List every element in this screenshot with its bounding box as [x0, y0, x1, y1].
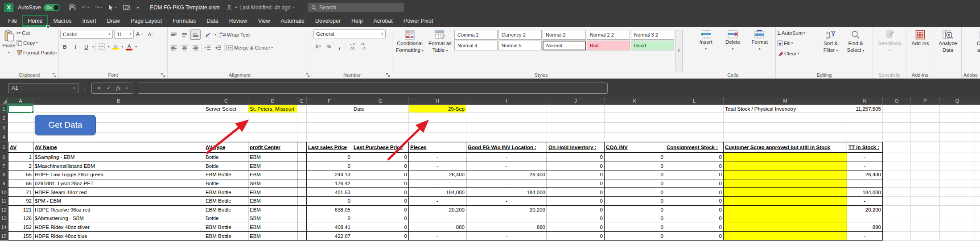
tab-data[interactable]: Data	[201, 15, 223, 27]
cell-E1[interactable]	[297, 105, 307, 113]
style-good[interactable]: Good	[631, 41, 674, 50]
cell-M11[interactable]	[724, 197, 847, 206]
cell-C11[interactable]: EBM Bottle	[204, 197, 248, 206]
cell-K8[interactable]: 0	[605, 170, 665, 179]
align-right-button[interactable]	[190, 43, 200, 52]
undo-dropdown-icon[interactable]: ▾	[87, 6, 89, 9]
decrease-indent-button[interactable]	[203, 43, 212, 52]
cell-E14[interactable]	[297, 223, 307, 232]
cell-O15[interactable]	[883, 232, 911, 241]
cell-A12[interactable]: 121	[8, 206, 33, 215]
cell-O11[interactable]	[883, 197, 911, 206]
style-normal[interactable]: Normal	[543, 41, 586, 50]
redo-dropdown-icon[interactable]: ▾	[101, 6, 103, 9]
cell-J7[interactable]: 0	[547, 162, 605, 171]
cell-B10[interactable]: HDPE Steam 48oz red	[33, 188, 204, 197]
cell-F4[interactable]	[307, 133, 352, 142]
cell-B14[interactable]: HDPE Ridex 48oz silver	[33, 223, 204, 232]
comma-style-button[interactable]: ,	[335, 42, 344, 51]
tab-view[interactable]: View	[253, 15, 276, 27]
cell-I8[interactable]: 26,400	[466, 170, 547, 179]
row-header-12[interactable]: 12	[0, 206, 8, 215]
cell-L12[interactable]: 0	[665, 206, 724, 215]
tab-home[interactable]: Home	[22, 15, 48, 27]
cell-Q6[interactable]	[940, 153, 975, 162]
cell-O6[interactable]	[883, 153, 911, 162]
redo-button[interactable]: ↷▾	[95, 4, 103, 11]
cell-E5[interactable]	[297, 142, 307, 153]
cell-J9[interactable]: 0	[547, 179, 605, 188]
cell-G13[interactable]: 0	[352, 214, 409, 223]
cell-B9[interactable]: 0291881- Lysol 28oz PET	[33, 179, 204, 188]
cell-Q12[interactable]	[940, 206, 975, 215]
font-dialog-launcher-icon[interactable]	[161, 73, 165, 77]
ink-markup-button[interactable]	[123, 4, 131, 10]
cell-M12[interactable]	[724, 206, 847, 215]
cell-K5[interactable]: COA-INV	[605, 142, 665, 153]
autosum-button[interactable]: Σ AutoSum▾	[777, 28, 818, 37]
cell-R7[interactable]	[975, 162, 980, 171]
cell-B5[interactable]: AV Name	[33, 142, 204, 153]
cell-M6[interactable]	[724, 153, 847, 162]
cell-H6[interactable]: -	[409, 153, 466, 162]
styles-gallery-more-button[interactable]: ▾	[675, 30, 683, 71]
tab-page-layout[interactable]: Page Layout	[125, 15, 167, 27]
column-header-P[interactable]: P	[911, 97, 940, 105]
cell-K11[interactable]: 0	[605, 197, 665, 206]
cell-G3[interactable]	[352, 123, 409, 133]
column-header-O[interactable]: O	[883, 97, 911, 105]
underline-dropdown-icon[interactable]: ▾	[92, 45, 94, 49]
copy-button[interactable]: Copy ▾	[16, 38, 57, 47]
style-comma-2[interactable]: Comma 2	[454, 30, 498, 40]
tab-acrobat[interactable]: Acrobat	[368, 15, 398, 27]
cell-M15[interactable]	[724, 232, 847, 241]
cell-Q11[interactable]	[940, 197, 975, 206]
cell-H7[interactable]: -	[409, 162, 466, 171]
cell-P6[interactable]	[911, 153, 940, 162]
cell-J8[interactable]: 0	[547, 170, 605, 179]
tab-draw[interactable]: Draw	[102, 15, 125, 27]
cell-Q7[interactable]	[940, 162, 975, 171]
cell-M13[interactable]	[724, 214, 847, 223]
cell-A5[interactable]: AV	[8, 142, 33, 153]
cell-R10[interactable]	[975, 188, 980, 197]
column-header-K[interactable]: K	[605, 97, 665, 105]
cell-J4[interactable]	[547, 133, 605, 142]
column-header-C[interactable]: C	[204, 97, 248, 105]
cell-I11[interactable]: -	[466, 197, 547, 206]
format-as-table-button[interactable]: Format as Table ▾	[426, 28, 454, 71]
bottom-align-button[interactable]	[190, 29, 201, 40]
cell-A9[interactable]: 56	[8, 179, 33, 188]
cell-G9[interactable]: 0	[352, 179, 409, 188]
cell-O12[interactable]	[883, 206, 911, 215]
cell-M1[interactable]: Total Stock / Physical Invenotry	[724, 105, 847, 113]
cell-H4[interactable]	[409, 133, 466, 142]
cell-I3[interactable]	[466, 123, 547, 133]
row-header-14[interactable]: 14	[0, 223, 8, 232]
cell-H10[interactable]: 184,000	[409, 188, 466, 197]
cell-C14[interactable]: EBM Bottle	[204, 223, 248, 232]
accounting-format-button[interactable]: $▾	[313, 42, 323, 51]
chevron-down-icon[interactable]: ▾	[122, 45, 124, 49]
percent-style-button[interactable]: %	[324, 42, 334, 51]
row-header-6[interactable]: 6	[0, 153, 8, 162]
cell-J2[interactable]	[547, 113, 605, 123]
search-input[interactable]: Search	[308, 3, 404, 12]
cell-R15[interactable]	[975, 232, 980, 241]
cell-A11[interactable]: 92	[8, 197, 33, 206]
last-modified-status[interactable]: • Last Modified: 4h ago ▾	[235, 4, 294, 11]
cell-Q8[interactable]	[940, 170, 975, 179]
cell-E6[interactable]	[297, 153, 307, 162]
cell-P4[interactable]	[911, 133, 940, 142]
row-header-1[interactable]: 1	[0, 105, 8, 113]
cell-F14[interactable]: 408.41	[307, 223, 352, 232]
cell-L10[interactable]: 0	[665, 188, 724, 197]
middle-align-button[interactable]	[180, 30, 189, 39]
cell-E2[interactable]	[297, 113, 307, 123]
cell-G1[interactable]: Date	[352, 105, 409, 113]
cell-D15[interactable]: EBM	[248, 232, 297, 241]
font-size-select[interactable]: 11▾	[114, 30, 134, 39]
cell-D5[interactable]: profit Center	[248, 142, 297, 153]
cell-G6[interactable]: 0	[352, 153, 409, 162]
cell-G4[interactable]	[352, 133, 409, 142]
